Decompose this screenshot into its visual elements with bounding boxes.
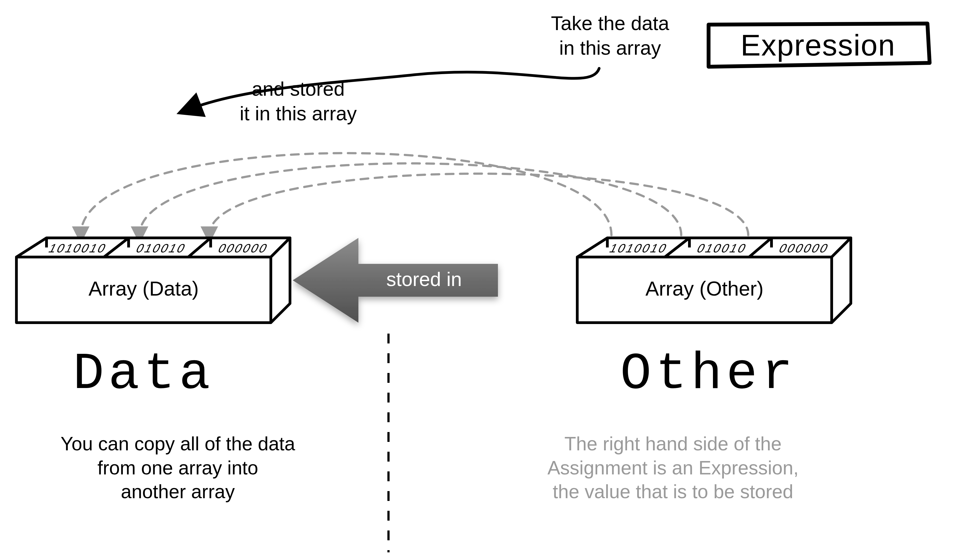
stored-in-label: stored in <box>350 267 498 291</box>
left-cell-bits-2: 010010 <box>122 241 201 256</box>
left-cell-bits-3: 000000 <box>204 241 283 256</box>
transfer-arcs <box>81 153 748 235</box>
right-box-label: Array (Other) <box>577 276 832 302</box>
title-data: Data <box>16 342 271 407</box>
right-cell-bits-3: 000000 <box>765 241 843 256</box>
diagram-stage: Expression Take the data in this array a… <box>0 0 963 560</box>
caption-left: You can copy all of the data from one ar… <box>16 432 339 504</box>
expression-badge-label: Expression <box>708 26 927 64</box>
title-other: Other <box>572 342 845 407</box>
annotation-and-stored: and stored it in this array <box>211 76 386 126</box>
left-box-label: Array (Data) <box>16 276 271 302</box>
left-cell-bits-1: 1010010 <box>39 241 117 256</box>
annotation-take-data: Take the data in this array <box>514 11 706 60</box>
caption-right: The right hand side of the Assignment is… <box>509 432 837 504</box>
right-cell-bits-2: 010010 <box>683 241 761 256</box>
right-cell-bits-1: 1010010 <box>600 241 678 256</box>
